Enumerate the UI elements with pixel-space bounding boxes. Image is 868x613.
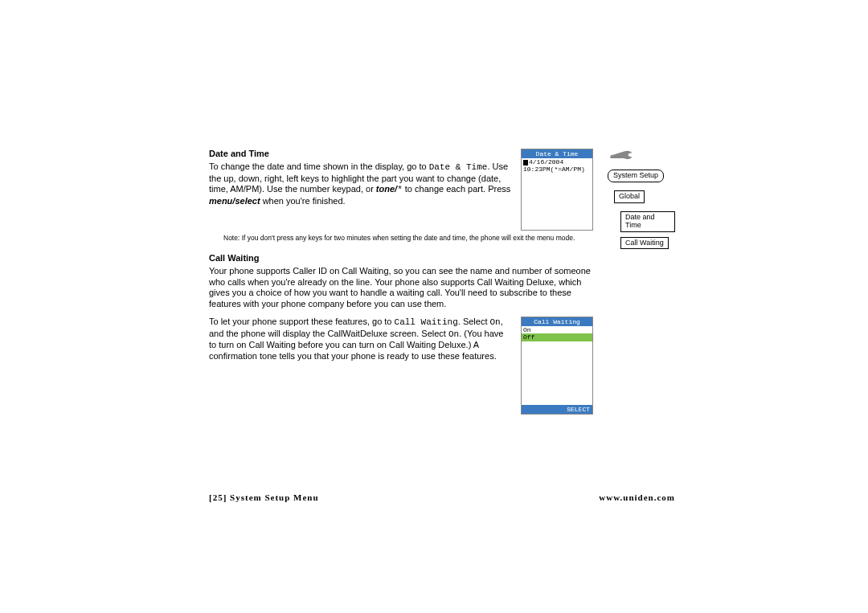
screen-select-label: SELECT xyxy=(522,405,592,414)
para-date-time: To change the date and time shown in the… xyxy=(209,161,513,207)
nav-system-setup: System Setup xyxy=(608,170,664,182)
nav-call-waiting: Call Waiting xyxy=(620,237,669,250)
side-column: System Setup Global Date and Time Call W… xyxy=(608,149,675,415)
nav-global: Global xyxy=(614,190,645,203)
heading-call-waiting: Call Waiting xyxy=(209,253,593,264)
screen-option-on: On xyxy=(522,326,592,333)
nav-date-time: Date and Time xyxy=(620,211,675,232)
screen-line-date: 4/16/2004 xyxy=(522,158,592,166)
note-text: Note: If you don't press any keys for tw… xyxy=(223,234,593,242)
footer-right: www.uniden.com xyxy=(599,492,675,502)
screen-date-time: Date & Time 4/16/2004 10:23PM(*=AM/PM) xyxy=(521,149,593,231)
para-cw-intro: Your phone supports Caller ID on Call Wa… xyxy=(209,266,593,310)
screen-line-time: 10:23PM(*=AM/PM) xyxy=(522,166,592,173)
footer-left: [25] System Setup Menu xyxy=(209,492,319,502)
footer: [25] System Setup Menu www.uniden.com xyxy=(209,492,675,502)
para-cw-instr: To let your phone support these features… xyxy=(209,317,513,362)
screen-call-waiting: Call Waiting On Off SELECT xyxy=(521,317,593,415)
heading-date-time: Date and Time xyxy=(209,149,513,160)
screen-title: Call Waiting xyxy=(522,317,592,326)
screen-title: Date & Time xyxy=(522,149,592,158)
screen-option-off: Off xyxy=(522,333,592,341)
wrench-icon xyxy=(608,149,635,160)
main-column: Date and Time To change the date and tim… xyxy=(209,149,593,415)
